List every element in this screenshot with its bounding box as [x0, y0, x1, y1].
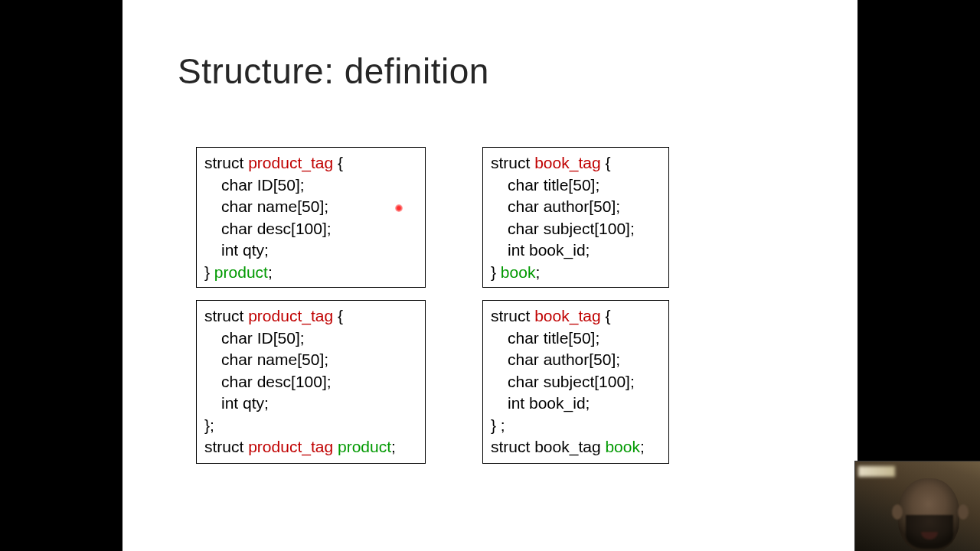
- code-text: book_tag: [534, 307, 600, 324]
- slide-title: Structure: definition: [178, 51, 489, 92]
- code-text: char author[50];: [508, 197, 620, 215]
- code-text: char desc[100];: [221, 220, 332, 237]
- code-text: char subject[100];: [508, 373, 635, 390]
- code-text: int qty;: [221, 241, 269, 259]
- code-text: struct: [491, 307, 534, 324]
- code-box-product-separate: struct product_tag { char ID[50]; char n…: [196, 300, 426, 464]
- code-text: book: [605, 438, 640, 455]
- code-text: }: [204, 263, 214, 281]
- code-text: struct: [491, 154, 534, 171]
- code-text: {: [601, 307, 611, 324]
- code-text: book: [501, 263, 536, 281]
- code-text: char title[50];: [508, 176, 599, 194]
- code-text: };: [204, 416, 214, 434]
- code-box-book-inline: struct book_tag { char title[50]; char a…: [482, 147, 669, 288]
- code-text: ;: [535, 263, 540, 281]
- code-text: {: [333, 307, 343, 324]
- code-text: product_tag: [248, 438, 333, 455]
- code-text: char desc[100];: [221, 373, 332, 390]
- webcam-overlay: [854, 461, 980, 551]
- laser-pointer-icon: [395, 204, 403, 212]
- code-text: product_tag: [248, 307, 333, 324]
- code-box-product-inline: struct product_tag { char ID[50]; char n…: [196, 147, 426, 288]
- code-text: char title[50];: [508, 329, 599, 347]
- slide: Structure: definition struct product_tag…: [122, 0, 858, 551]
- code-text: struct: [204, 307, 248, 324]
- code-text: struct book_tag: [491, 438, 605, 455]
- code-text: char ID[50];: [221, 329, 305, 347]
- code-text: } ;: [491, 416, 505, 434]
- code-text: char name[50];: [221, 197, 328, 215]
- code-text: struct: [204, 438, 248, 455]
- code-text: }: [491, 263, 501, 281]
- code-text: ;: [268, 263, 273, 281]
- code-text: int book_id;: [508, 241, 590, 259]
- code-text: int book_id;: [508, 394, 590, 412]
- code-text: int qty;: [221, 394, 269, 412]
- code-text: {: [333, 154, 343, 171]
- code-text: ;: [391, 438, 396, 455]
- code-text: product: [338, 438, 391, 455]
- code-text: {: [601, 154, 611, 171]
- code-text: ;: [640, 438, 645, 455]
- code-text: product_tag: [248, 154, 333, 171]
- code-text: char ID[50];: [221, 176, 305, 194]
- code-text: char subject[100];: [508, 220, 635, 237]
- code-text: book_tag: [534, 154, 600, 171]
- code-text: char name[50];: [221, 350, 328, 368]
- code-text: product: [214, 263, 268, 281]
- code-box-book-separate: struct book_tag { char title[50]; char a…: [482, 300, 669, 464]
- code-text: char author[50];: [508, 350, 620, 368]
- code-text: struct: [204, 154, 248, 171]
